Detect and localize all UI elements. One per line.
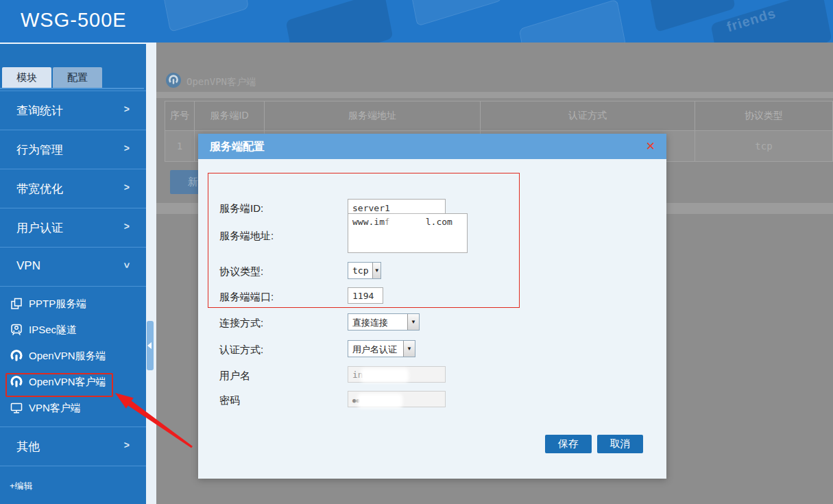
sidebar-item-label: VPN	[16, 259, 40, 273]
col-header-protocol: 协议类型	[695, 101, 833, 131]
sidebar-item-label: 行为管理	[16, 142, 63, 158]
tunnel-icon	[10, 323, 23, 337]
cell-protocol: tcp	[695, 131, 833, 162]
tab-divider	[0, 88, 144, 89]
sidebar-collapse-handle[interactable]	[147, 321, 154, 370]
dropdown-arrow-icon[interactable]: ▼	[407, 314, 419, 330]
sidebar-item-vpn-client[interactable]: VPN客户端	[0, 395, 146, 421]
sidebar-item-label: 用户认证	[16, 220, 63, 236]
server-port-input[interactable]	[348, 287, 383, 304]
sidebar-edit-row: +编辑	[0, 466, 146, 504]
redacted-text	[390, 218, 426, 227]
server-address-label: 服务端地址:	[219, 230, 274, 243]
col-header-auth-method: 认证方式	[481, 101, 695, 131]
edit-link[interactable]: +编辑	[10, 480, 33, 492]
sidebar-item-label: VPN客户端	[29, 402, 81, 415]
sidebar-item-behavior-mgmt[interactable]: 行为管理 >	[0, 130, 146, 169]
page-title: OpenVPN客户端	[186, 76, 256, 88]
cell-index: 1	[165, 131, 195, 162]
openvpn-icon	[10, 375, 23, 389]
dialog-title: 服务端配置	[210, 140, 265, 154]
openvpn-icon	[166, 73, 181, 88]
sidebar-item-other[interactable]: 其他 >	[0, 427, 146, 466]
sidebar-tabs: 模块配置	[2, 67, 104, 88]
chevron-right-icon: >	[124, 440, 130, 451]
dropdown-arrow-icon[interactable]: ▼	[403, 341, 415, 357]
connection-select[interactable]: 直接连接 ▼	[348, 313, 420, 331]
dropdown-arrow-icon[interactable]: ▼	[372, 263, 381, 278]
address-prefix: www.imf	[352, 217, 390, 227]
sidebar-nav: 查询统计 > 行为管理 > 带宽优化 > 用户认证 > VPN >	[0, 91, 146, 504]
sidebar-item-label: 查询统计	[16, 103, 63, 119]
sidebar-item-user-auth[interactable]: 用户认证 >	[0, 208, 146, 247]
sidebar-item-label: OpenVPN客户端	[29, 376, 106, 389]
connection-label: 连接方式:	[219, 317, 263, 330]
username-prefix: in	[352, 370, 363, 380]
chevron-right-icon: >	[124, 143, 130, 154]
chevron-right-icon: >	[124, 104, 130, 115]
sidebar-item-pptp-server[interactable]: PPTP服务端	[0, 291, 146, 317]
sidebar-item-query-stats[interactable]: 查询统计 >	[0, 91, 146, 130]
username-input[interactable]: in	[348, 366, 446, 383]
monitor-icon	[10, 401, 23, 415]
sidebar-item-ipsec-tunnel[interactable]: IPSec隧道	[0, 317, 146, 343]
server-id-label: 服务端ID:	[219, 202, 263, 215]
keyboard-key-decoration	[409, 0, 503, 27]
sidebar-item-label: IPSec隧道	[29, 324, 77, 337]
keyboard-key-decoration	[162, 0, 249, 32]
sidebar: 模块配置 查询统计 > 行为管理 > 带宽优化 > 用户认证 > VPN >	[0, 43, 146, 504]
sidebar-item-label: 其他	[16, 439, 40, 455]
password-dots: ●●	[352, 397, 360, 404]
tab-modules[interactable]: 模块	[2, 67, 51, 88]
pages-icon	[10, 297, 23, 311]
username-label: 用户名	[219, 370, 250, 383]
server-config-dialog: 服务端配置 ✕ 服务端ID: 服务端地址: www.imfl.com 协议类型:	[198, 134, 666, 479]
password-input[interactable]: ●●	[348, 391, 446, 407]
sidebar-item-label: OpenVPN服务端	[29, 350, 106, 363]
save-button[interactable]: 保存	[545, 435, 592, 453]
chevron-down-icon: >	[121, 263, 132, 268]
device-title: WSG-500E	[21, 9, 127, 32]
redacted-text	[363, 371, 406, 380]
sidebar-item-bandwidth-opt[interactable]: 带宽优化 >	[0, 169, 146, 208]
sidebar-item-label: PPTP服务端	[29, 298, 86, 311]
password-label: 密码	[219, 394, 240, 407]
top-header: friends WSG-500E	[0, 0, 833, 43]
dialog-header: 服务端配置 ✕	[198, 134, 666, 159]
col-header-index: 序号	[165, 101, 195, 131]
auth-select[interactable]: 用户名认证 ▼	[348, 340, 415, 357]
collapse-left-icon	[147, 342, 152, 349]
server-address-textarea[interactable]: www.imfl.com	[348, 213, 468, 253]
auth-value: 用户名认证	[348, 341, 401, 357]
protocol-label: 协议类型:	[219, 265, 263, 278]
vpn-submenu: PPTP服务端 IPSec隧道 OpenVPN服务端	[0, 286, 146, 427]
app-window: friends WSG-500E 模块配置 查询统计 > 行为管理 > 带宽优化…	[0, 0, 833, 504]
sidebar-item-label: 带宽优化	[16, 181, 63, 197]
auth-label: 认证方式:	[219, 344, 263, 357]
keyboard-key-decoration	[286, 0, 394, 43]
redacted-text	[360, 396, 400, 405]
chevron-right-icon: >	[124, 182, 130, 193]
openvpn-icon	[10, 349, 23, 363]
sidebar-gap	[146, 43, 156, 504]
chevron-right-icon: >	[124, 221, 130, 232]
sidebar-item-openvpn-client[interactable]: OpenVPN客户端	[0, 369, 146, 395]
col-header-server-id: 服务端ID	[195, 101, 265, 131]
address-suffix: l.com	[426, 217, 452, 227]
sidebar-item-openvpn-server[interactable]: OpenVPN服务端	[0, 343, 146, 369]
cancel-button[interactable]: 取消	[597, 435, 643, 453]
col-header-server-address: 服务端地址	[265, 101, 481, 131]
connection-value: 直接连接	[348, 314, 392, 330]
server-port-label: 服务端端口:	[219, 291, 274, 304]
sidebar-item-vpn[interactable]: VPN >	[0, 247, 146, 286]
tab-config[interactable]: 配置	[53, 67, 102, 88]
protocol-value: tcp	[348, 263, 372, 278]
protocol-select[interactable]: tcp ▼	[348, 262, 381, 279]
title-divider	[156, 92, 833, 98]
close-icon[interactable]: ✕	[646, 139, 655, 154]
keyboard-key-decoration	[519, 0, 627, 43]
table-header-row: 序号 服务端ID 服务端地址 认证方式 协议类型	[165, 101, 833, 131]
page-title-row: OpenVPN客户端	[156, 43, 833, 92]
